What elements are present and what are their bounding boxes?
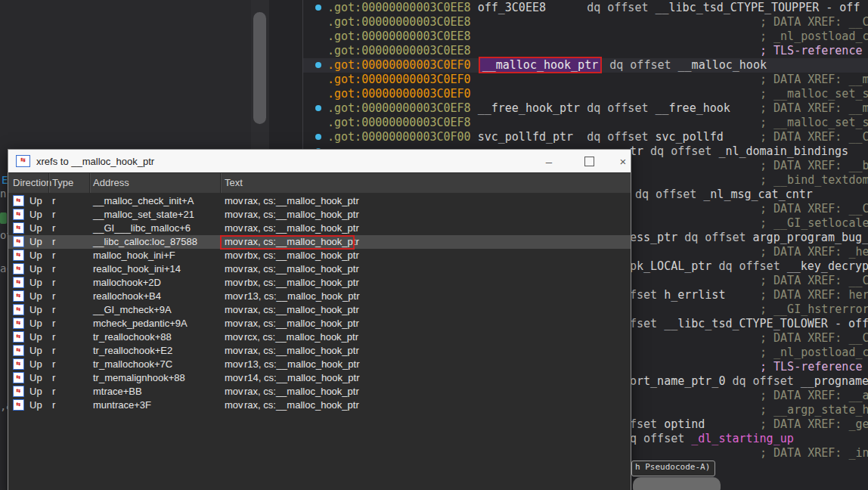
- xref-address: __malloc_check_init+A: [93, 195, 194, 206]
- asm-comment: ; DATA XREF: __m: [760, 73, 868, 87]
- xref-direction: Up: [29, 250, 42, 261]
- asm-line[interactable]: tr dq offset _nl_domain_bindings: [630, 144, 848, 159]
- maximize-button[interactable]: [574, 150, 604, 172]
- xref-operands: r13, cs:__malloc_hook_ptr: [244, 358, 359, 370]
- asm-line[interactable]: fset h_errlist: [630, 288, 725, 302]
- xref-row[interactable]: ⇆Uprmalloc_hook_ini+Fmovrbx, cs:__malloc…: [8, 249, 631, 262]
- close-button[interactable]: ×: [608, 150, 638, 172]
- asm-line[interactable]: q offset _dl_starting_up: [630, 432, 794, 446]
- xref-operands: rax, cs:__malloc_hook_ptr: [244, 222, 359, 234]
- column-separator[interactable]: [220, 173, 222, 193]
- xref-row[interactable]: ⇆Uprtr_reallochook+88movrcx, cs:__malloc…: [8, 330, 631, 344]
- xref-type: r: [52, 386, 55, 397]
- xref-direction: Up: [29, 195, 42, 206]
- column-separator[interactable]: [89, 173, 91, 193]
- xref-mnemonic: mov: [225, 386, 243, 397]
- column-separator[interactable]: [48, 173, 50, 193]
- asm-line[interactable]: .got:00000000003C0EF0 __malloc_hook_ptr …: [327, 58, 767, 73]
- xref-mnemonic: mov: [225, 372, 243, 383]
- asm-line[interactable]: pk_LOCAL_ptr dq offset __key_decryp: [630, 259, 868, 274]
- xref-direction: Up: [29, 236, 42, 247]
- asm-line[interactable]: .got:00000000003C0EF8: [327, 116, 471, 130]
- xref-row[interactable]: ⇆Uprmallochook+2Dmovrbx, cs:__malloc_hoo…: [8, 276, 631, 290]
- asm-comment: ; DATA XREF: _he: [760, 245, 868, 259]
- xref-row[interactable]: ⇆Uprrealloc_hook_ini+14movrax, cs:__mall…: [8, 262, 631, 276]
- asm-line[interactable]: .got:00000000003C0EF8 __free_hook_ptr dq…: [327, 101, 730, 116]
- xref-operands: rax, cs:__malloc_hook_ptr: [244, 263, 359, 274]
- asm-comment: ; __bind_textdom: [760, 173, 868, 188]
- xref-row-icon: ⇆: [13, 250, 24, 261]
- xref-row-icon: ⇆: [13, 331, 24, 343]
- xref-operands: rbx, cs:__malloc_hook_ptr: [244, 250, 359, 261]
- xref-row[interactable]: ⇆Upr__libc_calloc:loc_87588movrax, cs:__…: [8, 235, 631, 249]
- xref-type: r: [52, 358, 55, 370]
- asm-line[interactable]: .got:00000000003C0F00 svc_pollfd_ptr dq …: [327, 130, 724, 144]
- xref-mnemonic: mov: [225, 318, 243, 329]
- column-header-type[interactable]: Type: [52, 177, 73, 188]
- xref-row-icon: ⇆: [13, 345, 24, 356]
- xref-row-icon: ⇆: [13, 277, 24, 288]
- asm-comment: ; __argp_state_h: [760, 403, 868, 417]
- asm-comment: ; DATA XREF: __b: [760, 159, 868, 173]
- xref-row-icon: ⇆: [13, 222, 24, 234]
- asm-line[interactable]: .got:00000000003C0EF0: [327, 73, 471, 87]
- xref-type: r: [52, 331, 55, 343]
- asm-comment: ; __malloc_set_s: [760, 87, 868, 101]
- xref-direction: Up: [29, 290, 42, 302]
- xref-address: muntrace+3F: [93, 399, 151, 411]
- xref-row[interactable]: ⇆Upr__GI_mcheck+9Amovrax, cs:__malloc_ho…: [8, 303, 631, 317]
- xref-row[interactable]: ⇆Uprmcheck_pedantic+9Amovrax, cs:__mallo…: [8, 317, 631, 330]
- xref-address: __GI_mcheck+9A: [93, 304, 172, 315]
- xref-operands: rax, cs:__malloc_hook_ptr: [244, 318, 359, 329]
- xref-type: r: [52, 399, 55, 411]
- asm-comment: ; DATA XREF: her: [760, 288, 868, 302]
- xref-direction: Up: [29, 209, 42, 220]
- asm-comment: ; __malloc_set_s: [760, 116, 868, 130]
- asm-comment: ; DATA XREF: __C: [760, 15, 868, 29]
- column-header-text[interactable]: Text: [225, 177, 243, 188]
- xref-mnemonic: mov: [225, 331, 243, 343]
- xref-type: r: [52, 209, 55, 220]
- xref-mnemonic: mov: [225, 209, 243, 220]
- xref-row[interactable]: ⇆Uprreallochook+B4movr13, cs:__malloc_ho…: [8, 290, 631, 303]
- popup-button-shape: [633, 477, 721, 490]
- dialog-titlebar[interactable]: ⇆ xrefs to __malloc_hook_ptr – ×: [8, 150, 631, 172]
- xref-type: r: [52, 304, 55, 315]
- asm-line[interactable]: ort_name_ptr_0 dq offset __progname: [630, 374, 868, 389]
- column-header-direction[interactable]: Direction: [13, 177, 51, 188]
- xref-row-icon: ⇆: [13, 236, 24, 247]
- xref-row[interactable]: ⇆Uprtr_memalignhook+88movr14, cs:__mallo…: [8, 371, 631, 385]
- xref-direction: Up: [29, 386, 42, 397]
- asm-line[interactable]: .got:00000000003C0EE8 off_3C0EE8 dq offs…: [327, 1, 860, 15]
- asm-line[interactable]: .got:00000000003C0EE8: [327, 44, 471, 58]
- asm-line[interactable]: fset __libc_tsd_CTYPE_TOLOWER - off: [630, 317, 868, 331]
- xref-row-icon: ⇆: [13, 263, 24, 274]
- xref-address: tr_reallochook+88: [93, 331, 172, 343]
- asm-line[interactable]: dq offset _nl_msg_cat_cntr: [635, 188, 813, 202]
- xref-type: r: [52, 263, 55, 274]
- xref-row-icon: ⇆: [13, 399, 24, 411]
- asm-line[interactable]: .got:00000000003C0EE8: [327, 29, 471, 44]
- asm-line[interactable]: ess_ptr dq offset argp_program_bug_: [630, 231, 868, 245]
- xref-address: realloc_hook_ini+14: [93, 263, 181, 274]
- xref-row[interactable]: ⇆Upr__malloc_check_init+Amovrax, cs:__ma…: [8, 194, 631, 208]
- minimize-button[interactable]: –: [534, 150, 564, 172]
- xref-row[interactable]: ⇆Uprtr_reallochook+E2movrax, cs:__malloc…: [8, 344, 631, 358]
- xref-row[interactable]: ⇆Uprtr_mallochook+7Cmovr13, cs:__malloc_…: [8, 358, 631, 371]
- column-header-address[interactable]: Address: [93, 177, 129, 188]
- xref-marker-dot: [315, 134, 321, 140]
- asm-comment: ; _nl_postload_c: [760, 29, 868, 44]
- xref-row[interactable]: ⇆Upr__GI___libc_malloc+6movrax, cs:__mal…: [8, 222, 631, 235]
- asm-line[interactable]: .got:00000000003C0EF0: [327, 87, 471, 101]
- scrollbar-thumb[interactable]: [253, 12, 266, 124]
- highlighted-name-red-box: __malloc_hook_ptr: [479, 57, 603, 73]
- asm-line[interactable]: fset optind: [630, 417, 705, 432]
- xref-row-icon: ⇆: [13, 372, 24, 383]
- xref-direction: Up: [29, 372, 42, 383]
- xref-row[interactable]: ⇆Upr__malloc_set_state+21movrax, cs:__ma…: [8, 208, 631, 222]
- xref-row[interactable]: ⇆Uprmtrace+BBmovrax, cs:__malloc_hook_pt…: [8, 385, 631, 399]
- xref-type: r: [52, 345, 55, 356]
- asm-line[interactable]: .got:00000000003C0EE8: [327, 15, 471, 29]
- xref-row[interactable]: ⇆Uprmuntrace+3Fmovrax, cs:__malloc_hook_…: [8, 399, 631, 412]
- xref-marker-dot: [315, 62, 321, 68]
